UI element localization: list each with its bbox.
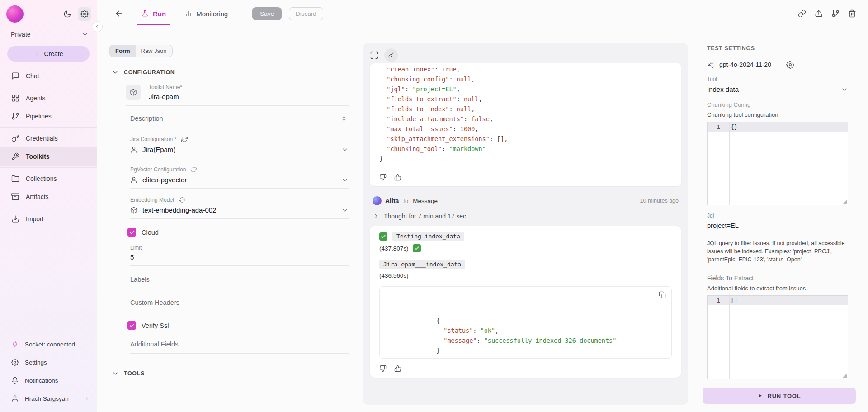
sidebar-item-label: Agents xyxy=(26,95,46,102)
run-tool-button[interactable]: RUN TOOL xyxy=(703,388,856,404)
chevron-down-icon xyxy=(341,146,349,153)
cloud-label: Cloud xyxy=(142,229,159,236)
theme-settings-button[interactable] xyxy=(78,7,91,21)
tool-value: Index data xyxy=(707,85,739,93)
back-button[interactable] xyxy=(114,9,123,18)
editor-resize-handle[interactable] xyxy=(843,374,847,378)
sidebar-item-pipelines[interactable]: Pipelines xyxy=(0,107,97,125)
dark-mode-toggle[interactable] xyxy=(61,7,74,21)
jql-value: project=EL xyxy=(707,222,739,229)
fields-to-extract-editor[interactable]: 1 [] xyxy=(707,295,848,379)
chevron-down-icon xyxy=(81,31,89,38)
divider xyxy=(0,127,97,128)
fork-button[interactable] xyxy=(831,9,840,18)
pgvector-configuration-field: PgVector Configuration elitea-pgvector xyxy=(130,166,349,189)
sidebar-collapse-handle[interactable] xyxy=(92,21,103,32)
thought-toggle[interactable]: Thought for 7 min and 17 sec xyxy=(373,213,679,220)
refresh-jira-config-button[interactable] xyxy=(181,136,188,142)
create-button[interactable]: Create xyxy=(7,46,90,62)
save-button[interactable]: Save xyxy=(252,7,282,20)
check-icon xyxy=(129,323,135,328)
model-selector[interactable]: gpt-4o-2024-11-20 xyxy=(707,61,856,69)
sidebar-item-artifacts[interactable]: Artifacts xyxy=(0,188,97,206)
jql-input[interactable]: project=EL xyxy=(707,222,848,229)
description-field[interactable]: Description xyxy=(130,106,349,128)
tool-select-field: Tool Index data xyxy=(707,76,848,98)
success-check-icon xyxy=(379,232,387,241)
labels-input[interactable]: Labels xyxy=(130,266,349,289)
arrow-left-icon xyxy=(114,9,123,18)
toolkit-name-value: Jira-epam xyxy=(149,93,182,100)
sidebar-item-collections[interactable]: Collections xyxy=(0,170,97,188)
archive-icon xyxy=(11,193,19,201)
copy-result-button[interactable] xyxy=(659,291,666,298)
divider xyxy=(0,87,97,87)
toggle-raw-json[interactable]: Raw Json xyxy=(136,45,172,57)
sidebar-item-label: Credentials xyxy=(26,135,58,142)
tab-monitoring[interactable]: Monitoring xyxy=(179,0,233,27)
thumbs-up-button[interactable] xyxy=(394,174,401,181)
sidebar-item-label: Collections xyxy=(26,175,57,182)
toolkit-name-field[interactable]: Toolkit Name* Jira-epam xyxy=(126,84,349,106)
sidebar-item-label: Artifacts xyxy=(26,193,49,200)
plug-icon xyxy=(11,341,19,348)
sidebar-item-label: Pipelines xyxy=(26,113,52,120)
clear-chat-button[interactable] xyxy=(384,48,398,62)
tab-run[interactable]: Run xyxy=(136,0,171,27)
cloud-checkbox-row: Cloud xyxy=(127,228,349,237)
thumbs-up-button[interactable] xyxy=(394,365,401,372)
sidebar-item-settings[interactable]: Settings xyxy=(0,353,97,371)
editor-resize-handle[interactable] xyxy=(843,200,847,204)
tools-section-header[interactable]: TOOLS xyxy=(112,370,349,377)
sidebar-item-agents[interactable]: Agents xyxy=(0,89,97,107)
jql-help-text: JQL query to filter issues. If not provi… xyxy=(707,239,855,264)
message-target-link[interactable]: Message xyxy=(413,198,438,204)
refresh-embedding-button[interactable] xyxy=(179,197,185,203)
custom-headers-input[interactable]: Custom Headers xyxy=(130,289,349,312)
pgvector-configuration-select[interactable]: elitea-pgvector xyxy=(130,176,349,184)
discard-button[interactable]: Discard xyxy=(289,7,323,20)
chunking-config-editor-content: {} xyxy=(725,123,738,130)
embedding-model-select[interactable]: text-embedding-ada-002 xyxy=(130,206,349,214)
cloud-checkbox[interactable] xyxy=(127,228,136,237)
refresh-pgvector-button[interactable] xyxy=(191,166,197,173)
thumbs-down-button[interactable] xyxy=(379,365,387,372)
copy-link-button[interactable] xyxy=(798,9,806,18)
editor-gutter-divider xyxy=(729,122,730,205)
chunking-config-section-label: Chunking Config xyxy=(707,101,856,108)
jira-configuration-select[interactable]: Jira(Epam) xyxy=(130,146,349,153)
user-icon xyxy=(11,395,19,402)
sidebar-footer: Socket: connected Settings Notifications… xyxy=(0,331,97,412)
user-menu[interactable]: Hrach Sargsyan xyxy=(0,389,97,407)
play-icon xyxy=(757,393,763,398)
maximize-icon xyxy=(370,51,379,60)
sidebar-item-credentials[interactable]: Credentials xyxy=(0,129,97,147)
tab-monitoring-label: Monitoring xyxy=(196,10,228,18)
tool-select[interactable]: Index data xyxy=(707,85,848,93)
sidebar-item-toolkits[interactable]: Toolkits xyxy=(0,147,97,166)
sidebar-item-chat[interactable]: Chat xyxy=(0,67,97,85)
configuration-section-header[interactable]: CONFIGURATION xyxy=(112,69,349,76)
thought-label: Thought for 7 min and 17 sec xyxy=(384,213,466,220)
sidebar-item-import[interactable]: Import xyxy=(0,210,97,228)
configuration-section-label: CONFIGURATION xyxy=(124,69,175,76)
workspace-selector[interactable]: Private xyxy=(0,25,97,42)
description-label: Description xyxy=(130,115,163,122)
chunking-config-editor[interactable]: 1 {} xyxy=(707,122,848,205)
chevron-right-icon xyxy=(373,213,380,220)
thumbs-up-icon xyxy=(394,365,401,372)
export-button[interactable] xyxy=(815,9,823,18)
toggle-form[interactable]: Form xyxy=(110,45,136,57)
run-tool-label: RUN TOOL xyxy=(767,393,801,399)
embedding-model-label: Embedding Model xyxy=(130,197,174,203)
limit-input[interactable]: 5 xyxy=(130,253,349,261)
delete-button[interactable] xyxy=(848,9,856,18)
model-settings-button[interactable] xyxy=(786,61,794,69)
verify-ssl-checkbox[interactable] xyxy=(127,321,136,330)
success-check-icon xyxy=(413,244,421,252)
sidebar: Private Create Chat Agents Pipelines Cre… xyxy=(0,0,97,412)
thumbs-down-button[interactable] xyxy=(379,174,387,181)
additional-fields-input[interactable]: Additional Fields xyxy=(130,331,349,354)
sidebar-item-notifications[interactable]: Notifications xyxy=(0,371,97,389)
expand-chat-button[interactable] xyxy=(370,51,379,60)
